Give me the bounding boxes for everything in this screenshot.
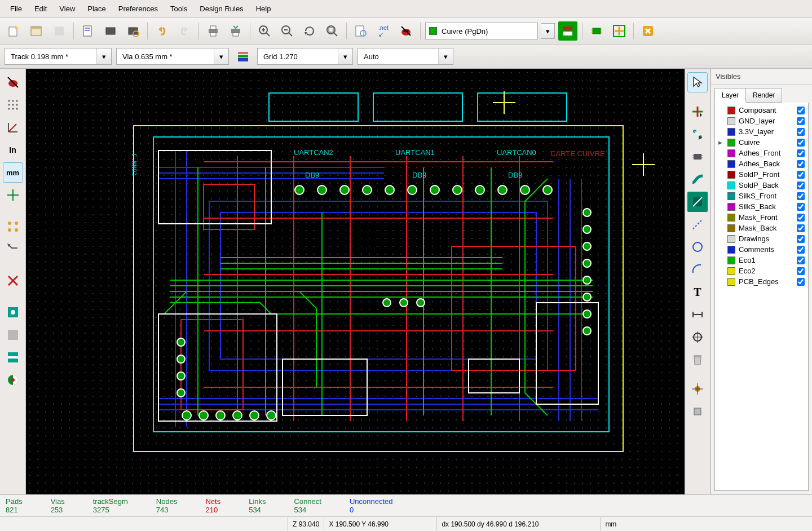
layer-visible-checkbox[interactable] — [797, 267, 805, 275]
layer-visible-checkbox[interactable] — [797, 139, 805, 147]
save-board-button[interactable] — [50, 21, 69, 41]
delete-button[interactable] — [687, 349, 708, 370]
layer-visible-checkbox[interactable] — [797, 203, 805, 211]
grid-toggle-button[interactable] — [3, 95, 23, 115]
cursor-shape-button[interactable] — [3, 185, 23, 205]
layer-color-swatch[interactable] — [727, 192, 735, 200]
layer-color-swatch[interactable] — [727, 224, 735, 232]
chevron-down-icon[interactable]: ▾ — [338, 48, 352, 64]
open-board-button[interactable] — [27, 21, 46, 41]
find-button[interactable] — [351, 21, 370, 41]
add-zone-button[interactable] — [687, 192, 708, 212]
new-board-button[interactable] — [5, 21, 24, 41]
grid-origin-button[interactable] — [687, 401, 708, 422]
layer-color-swatch[interactable] — [727, 235, 735, 243]
layer-color-swatch[interactable] — [727, 128, 735, 136]
layer-row-cuivre[interactable]: ▸Cuivre — [716, 137, 807, 148]
menu-place[interactable]: Place — [82, 2, 112, 15]
netlist-read-button[interactable]: .net↙ — [374, 21, 393, 41]
layer-row-pcb_edges[interactable]: PCB_Edges — [716, 276, 807, 287]
drc-button[interactable] — [396, 21, 416, 41]
layer-visible-checkbox[interactable] — [797, 171, 805, 179]
layer-color-swatch[interactable] — [727, 107, 735, 114]
route-track-button[interactable] — [687, 169, 708, 189]
layer-row-soldp_front[interactable]: SoldP_Front — [716, 169, 807, 180]
page-settings-button[interactable] — [78, 21, 98, 41]
tab-render[interactable]: Render — [746, 88, 782, 103]
zoom-out-button[interactable] — [277, 21, 297, 41]
chevron-down-icon[interactable]: ▾ — [438, 48, 453, 64]
layer-color-swatch[interactable] — [727, 256, 735, 264]
auto-track-width-button[interactable] — [233, 48, 253, 65]
add-line-button[interactable] — [687, 214, 708, 234]
zoom-redraw-button[interactable] — [300, 21, 319, 41]
mode-track-button[interactable] — [610, 21, 629, 41]
plot-button[interactable] — [226, 21, 245, 41]
layer-row-silks_front[interactable]: SilkS_Front — [716, 191, 807, 201]
zoom-combo[interactable]: Auto ▾ — [358, 48, 453, 65]
module-viewer-button[interactable] — [123, 21, 143, 41]
ratsnest-toggle-button[interactable] — [3, 216, 23, 237]
print-button[interactable] — [204, 21, 223, 41]
layer-color-swatch[interactable] — [727, 171, 735, 179]
chevron-down-icon[interactable]: ▾ — [214, 48, 228, 64]
layer-row-eco2[interactable]: Eco2 — [716, 266, 807, 276]
layer-row-comments[interactable]: Comments — [716, 244, 807, 255]
layer-row-soldp_back[interactable]: SoldP_Back — [716, 180, 807, 191]
layer-color-swatch[interactable] — [727, 149, 735, 157]
layer-row-composant[interactable]: Composant — [716, 105, 807, 116]
layer-row-adhes_front[interactable]: Adhes_Front — [716, 148, 807, 158]
drc-off-button[interactable] — [3, 72, 23, 92]
zoom-in-button[interactable] — [255, 21, 274, 41]
select-tool-button[interactable] — [687, 72, 708, 92]
add-dimension-button[interactable] — [687, 304, 708, 325]
layer-selector-dropdown[interactable]: ▾ — [541, 23, 555, 39]
pcb-canvas[interactable]: UARTCAN2 UARTCAN1 UARTCAN0 DB9 DB9 DB9 C… — [26, 69, 685, 494]
zoom-fit-button[interactable] — [323, 21, 342, 41]
layer-visible-checkbox[interactable] — [797, 192, 805, 200]
layer-color-swatch[interactable] — [727, 278, 735, 286]
layer-visible-checkbox[interactable] — [797, 214, 805, 222]
menu-preferences[interactable]: Preferences — [113, 2, 164, 15]
layer-color-swatch[interactable] — [727, 267, 735, 275]
menu-edit[interactable]: Edit — [29, 2, 52, 15]
mode-footprint-button[interactable] — [587, 21, 606, 41]
add-footprint-button[interactable] — [687, 147, 708, 167]
layer-color-swatch[interactable] — [727, 214, 735, 222]
tab-layer[interactable]: Layer — [714, 88, 746, 103]
layer-selector[interactable]: Cuivre (PgDn) — [425, 23, 538, 39]
layer-visible-checkbox[interactable] — [797, 235, 805, 243]
layer-visible-checkbox[interactable] — [797, 224, 805, 232]
layer-row-mask_back[interactable]: Mask_Back — [716, 223, 807, 233]
polar-coord-button[interactable] — [3, 117, 23, 138]
contrast-mode-button[interactable] — [3, 370, 23, 390]
track-width-combo[interactable]: Track 0.198 mm * ▾ — [5, 48, 112, 65]
layer-color-swatch[interactable] — [727, 203, 735, 211]
layer-row-3.3v_layer[interactable]: 3.3V_layer — [716, 126, 807, 137]
highlight-net-button[interactable] — [687, 101, 708, 122]
layer-color-swatch[interactable] — [727, 117, 735, 125]
track-fill-button[interactable] — [3, 347, 23, 368]
layer-visible-checkbox[interactable] — [797, 256, 805, 264]
layer-row-mask_front[interactable]: Mask_Front — [716, 212, 807, 223]
layer-visible-checkbox[interactable] — [797, 128, 805, 136]
menu-help[interactable]: Help — [250, 2, 277, 15]
layer-row-drawings[interactable]: Drawings — [716, 233, 807, 244]
menu-design-rules[interactable]: Design Rules — [194, 2, 249, 15]
add-target-button[interactable] — [687, 327, 708, 347]
layer-color-swatch[interactable] — [727, 182, 735, 189]
chevron-down-icon[interactable]: ▾ — [96, 48, 111, 64]
units-mm-button[interactable]: mm — [3, 162, 23, 183]
add-arc-button[interactable] — [687, 259, 708, 280]
menu-tools[interactable]: Tools — [165, 2, 193, 15]
add-circle-button[interactable] — [687, 237, 708, 257]
grid-combo[interactable]: Grid 1.270 ▾ — [257, 48, 353, 65]
layer-visible-checkbox[interactable] — [797, 107, 805, 114]
redo-button[interactable] — [175, 21, 194, 41]
via-size-combo[interactable]: Via 0.635 mm * ▾ — [116, 48, 229, 65]
layer-visible-checkbox[interactable] — [797, 117, 805, 125]
layer-row-adhes_back[interactable]: Adhes_Back — [716, 158, 807, 169]
units-inch-button[interactable]: In — [3, 140, 23, 160]
pad-fill-button[interactable] — [3, 302, 23, 322]
layer-color-swatch[interactable] — [727, 139, 735, 147]
